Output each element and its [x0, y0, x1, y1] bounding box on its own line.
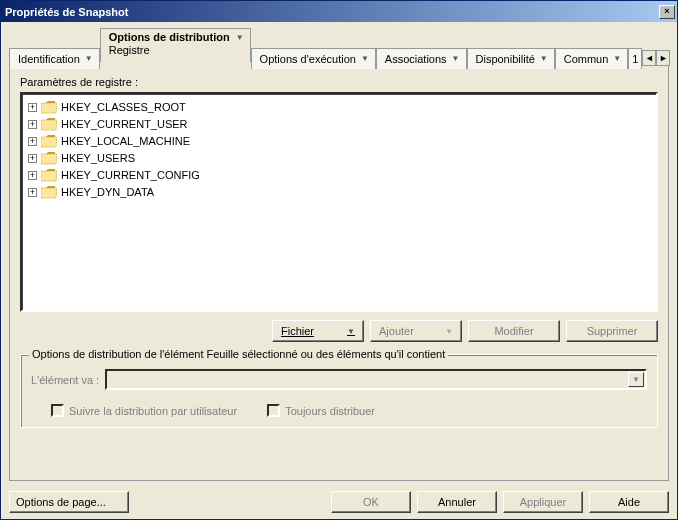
help-button[interactable]: Aide [589, 491, 669, 513]
element-combo[interactable]: ▼ [105, 369, 647, 390]
tree-item-label: HKEY_CURRENT_CONFIG [61, 169, 200, 181]
tab-label: Commun [564, 53, 609, 65]
supprimer-button[interactable]: Supprimer [566, 320, 658, 342]
registry-tree[interactable]: +HKEY_CLASSES_ROOT+HKEY_CURRENT_USER+HKE… [20, 92, 658, 312]
tab-associations[interactable]: Associations ▼ [376, 48, 467, 69]
chevron-down-icon: ▼ [236, 33, 244, 42]
tab-execution-options[interactable]: Options d'exécution ▼ [251, 48, 376, 69]
chevron-down-icon[interactable]: ▼ [628, 372, 644, 387]
tab-scroll: ◄ ► [642, 49, 670, 67]
element-row: L'élément va : ▼ [31, 369, 647, 390]
element-label: L'élément va : [31, 374, 99, 386]
checkbox-row: Suivre la distribution par utilisateur T… [51, 404, 647, 417]
tab-scroll-left[interactable]: ◄ [642, 50, 656, 66]
button-label: OK [363, 496, 379, 508]
always-distribute-checkbox[interactable]: Toujours distribuer [267, 404, 375, 417]
window: Propriétés de Snapshot × Identification … [0, 0, 678, 520]
tree-item-label: HKEY_DYN_DATA [61, 186, 154, 198]
button-label: Appliquer [520, 496, 566, 508]
client-area: Identification ▼ Options de distribution… [1, 22, 677, 485]
tree-item-label: HKEY_LOCAL_MACHINE [61, 135, 190, 147]
close-button[interactable]: × [659, 5, 675, 19]
tree-item[interactable]: +HKEY_USERS [28, 150, 650, 166]
tree-item[interactable]: +HKEY_DYN_DATA [28, 184, 650, 200]
ok-button[interactable]: OK [331, 491, 411, 513]
button-label: Supprimer [587, 325, 638, 337]
tree-item[interactable]: +HKEY_LOCAL_MACHINE [28, 133, 650, 149]
checkbox-label: Suivre la distribution par utilisateur [69, 405, 237, 417]
chevron-down-icon: ▼ [452, 54, 460, 63]
checkbox-label: Toujours distribuer [285, 405, 375, 417]
button-label: Ajouter [379, 325, 414, 337]
tab-identification[interactable]: Identification ▼ [9, 48, 100, 69]
folder-icon [41, 118, 57, 131]
tab-label: Disponibilité [476, 53, 535, 65]
expand-icon[interactable]: + [28, 103, 37, 112]
folder-icon [41, 135, 57, 148]
button-label: Annuler [438, 496, 476, 508]
chevron-down-icon: ▼ [540, 54, 548, 63]
checkbox-icon [267, 404, 280, 417]
dialog-footer: Options de page... OK Annuler Appliquer … [1, 485, 677, 519]
tab-disponibilite[interactable]: Disponibilité ▼ [467, 48, 555, 69]
tab-scroll-right[interactable]: ► [656, 50, 670, 66]
chevron-down-icon: ▼ [445, 327, 453, 336]
expand-icon[interactable]: + [28, 120, 37, 129]
tree-item-label: HKEY_CURRENT_USER [61, 118, 188, 130]
chevron-down-icon: ▼ [361, 54, 369, 63]
track-distribution-checkbox[interactable]: Suivre la distribution par utilisateur [51, 404, 237, 417]
folder-icon [41, 101, 57, 114]
chevron-down-icon: ▼ [613, 54, 621, 63]
checkbox-icon [51, 404, 64, 417]
tab-label: Options d'exécution [260, 53, 356, 65]
button-label: Fichier [281, 325, 314, 337]
expand-icon[interactable]: + [28, 154, 37, 163]
tab-label: Options de distribution [109, 31, 230, 43]
apply-button[interactable]: Appliquer [503, 491, 583, 513]
tab-strip: Identification ▼ Options de distribution… [9, 28, 669, 62]
tab-commun[interactable]: Commun ▼ [555, 48, 629, 69]
button-label: Modifier [494, 325, 533, 337]
tree-item[interactable]: +HKEY_CURRENT_USER [28, 116, 650, 132]
page-options-button[interactable]: Options de page... [9, 491, 129, 513]
chevron-down-icon: ▼ [85, 54, 93, 63]
button-label: Aide [618, 496, 640, 508]
cancel-button[interactable]: Annuler [417, 491, 497, 513]
tree-item[interactable]: +HKEY_CURRENT_CONFIG [28, 167, 650, 183]
tree-item-label: HKEY_CLASSES_ROOT [61, 101, 186, 113]
folder-icon [41, 152, 57, 165]
chevron-down-icon: ▼ [347, 327, 355, 336]
tab-sublabel: Registre [109, 44, 150, 56]
button-label: Options de page... [16, 496, 106, 508]
expand-icon[interactable]: + [28, 137, 37, 146]
modifier-button[interactable]: Modifier [468, 320, 560, 342]
window-title: Propriétés de Snapshot [5, 6, 657, 18]
tab-distribution-options[interactable]: Options de distribution ▼ Registre [100, 28, 251, 62]
tree-button-row: Fichier ▼ Ajouter ▼ Modifier Supprimer [20, 320, 658, 342]
tab-truncated[interactable]: 1 [628, 48, 642, 69]
distribution-groupbox: Options de distribution de l'élément Feu… [20, 354, 658, 428]
tab-label: 1 [632, 53, 638, 65]
fichier-button[interactable]: Fichier ▼ [272, 320, 364, 342]
ajouter-button[interactable]: Ajouter ▼ [370, 320, 462, 342]
section-label: Paramètres de registre : [20, 76, 658, 88]
tab-label: Associations [385, 53, 447, 65]
folder-icon [41, 169, 57, 182]
expand-icon[interactable]: + [28, 171, 37, 180]
tab-label: Identification [18, 53, 80, 65]
groupbox-legend: Options de distribution de l'élément Feu… [29, 348, 448, 360]
tab-panel: Paramètres de registre : +HKEY_CLASSES_R… [9, 61, 669, 481]
tree-item-label: HKEY_USERS [61, 152, 135, 164]
tree-item[interactable]: +HKEY_CLASSES_ROOT [28, 99, 650, 115]
expand-icon[interactable]: + [28, 188, 37, 197]
folder-icon [41, 186, 57, 199]
titlebar: Propriétés de Snapshot × [1, 1, 677, 22]
